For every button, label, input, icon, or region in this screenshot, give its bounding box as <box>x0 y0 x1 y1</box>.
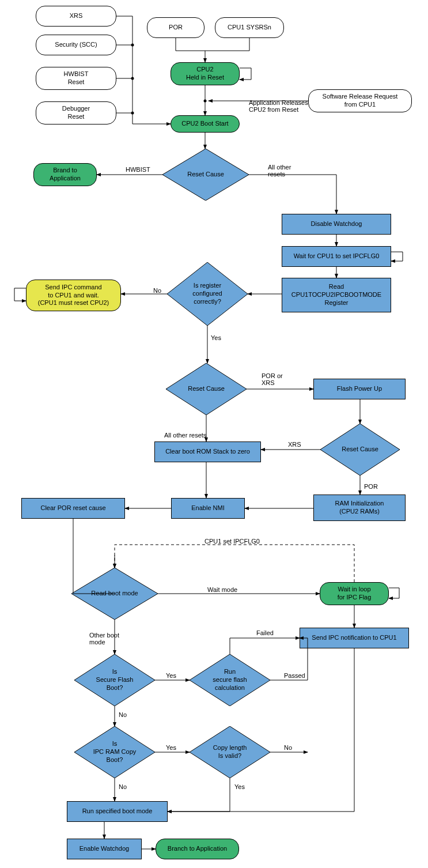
svg-point-15 <box>131 44 134 47</box>
reset-cause-2-diamond: Reset Cause <box>166 363 247 415</box>
label: RAM Initialization (CPU2 RAMs) <box>335 500 384 516</box>
label-no-sf: No <box>119 711 127 718</box>
label: Branch to Application <box>168 845 227 853</box>
label: Debugger Reset <box>62 105 90 121</box>
send-ipc-notif-node: Send IPC notification to CPU1 <box>300 628 409 648</box>
label: Read boot mode <box>91 590 138 598</box>
secure-flash-diamond: Is Secure Flash Boot? <box>74 654 155 706</box>
debugger-reset-node: Debugger Reset <box>36 101 116 124</box>
label: Brand to Application <box>50 167 81 183</box>
enable-wd-node: Enable Watchdog <box>67 839 142 859</box>
cpu2-held-node: CPU2 Held in Reset <box>171 62 240 85</box>
label: Enable NMI <box>191 504 224 512</box>
label: XRS <box>70 12 83 20</box>
svg-point-23 <box>204 100 207 103</box>
label: CPU1 SYSRSn <box>228 24 271 32</box>
label-passed: Passed <box>284 672 305 679</box>
label: Run specified boot mode <box>82 807 153 816</box>
label: Is IPC RAM Copy Boot? <box>93 740 137 764</box>
label: Wait for CPU1 to set IPCFLG0 <box>294 252 380 261</box>
run-boot-node: Run specified boot mode <box>67 801 168 822</box>
clear-stack-node: Clear boot ROM Stack to zero <box>154 441 261 462</box>
xrs-node: XRS <box>36 6 116 27</box>
clear-por-node: Clear POR reset cause <box>21 498 125 519</box>
run-sfc-diamond: Run secure flash calculation <box>190 654 270 706</box>
wait-ipcflg0-node: Wait for CPU1 to set IPCFLG0 <box>282 246 391 267</box>
read-boot-mode-diamond: Read boot mode <box>71 568 158 620</box>
label: Security (SCC) <box>55 41 97 49</box>
enable-nmi-node: Enable NMI <box>171 498 245 519</box>
ipc-ram-diamond: Is IPC RAM Copy Boot? <box>74 726 155 778</box>
label: POR <box>169 24 183 32</box>
branch-app-node: Branch to Application <box>156 839 239 859</box>
label-failed: Failed <box>256 629 274 636</box>
label-other-boot: Other boot mode <box>89 632 119 646</box>
label-yes-copy: Yes <box>234 783 245 790</box>
ram-init-node: RAM Initialization (CPU2 RAMs) <box>313 495 406 521</box>
label-all-other-2: All other resets <box>164 432 206 439</box>
label: Reset Cause <box>188 385 225 393</box>
label-por-xrs: POR or XRS <box>262 372 283 386</box>
label-no-ipc: No <box>119 783 127 790</box>
hwbist-reset-node: HWBIST Reset <box>36 67 116 90</box>
label: Wait in loop for IPC Flag <box>338 586 372 602</box>
label: Is Secure Flash Boot? <box>96 668 134 692</box>
label: Run secure flash calculation <box>213 668 247 692</box>
label: Send IPC command to CPU1 and wait. (CPU1… <box>38 284 109 307</box>
wait-in-loop-node: Wait in loop for IPC Flag <box>320 582 389 605</box>
label: Flash Power Up <box>337 385 382 393</box>
label-app-releases: Application Releases CPU2 from Reset <box>249 99 308 113</box>
label: Reset Cause <box>342 446 378 454</box>
reg-correct-diamond: Is register configured correctly? <box>167 262 248 326</box>
label: Send IPC notification to CPU1 <box>312 634 396 642</box>
label-no1: No <box>153 287 161 294</box>
disable-wd-node: Disable Watchdog <box>282 214 391 235</box>
label: Read CPU1TOCPU2IPCBOOTMODE Register <box>291 283 381 307</box>
cpu1-sysrsn-node: CPU1 SYSRSn <box>215 17 284 38</box>
label-all-other-1: All other resets <box>268 164 291 178</box>
label: HWBIST Reset <box>64 70 89 86</box>
svg-point-17 <box>131 112 134 115</box>
copy-len-diamond: Copy length Is valid? <box>190 726 270 778</box>
label: Copy length Is valid? <box>213 744 247 760</box>
sw-release-node: Software Release Request from CPU1 <box>308 89 412 112</box>
label: Is register configured correctly? <box>192 282 222 305</box>
label: Clear POR reset cause <box>40 504 105 512</box>
label-wait-mode: Wait mode <box>207 586 237 593</box>
reset-cause-1-diamond: Reset Cause <box>162 149 249 201</box>
label-xrs: XRS <box>288 441 301 448</box>
security-node: Security (SCC) <box>36 35 116 55</box>
send-ipc-wait-node: Send IPC command to CPU1 and wait. (CPU1… <box>26 280 121 311</box>
label: Disable Watchdog <box>311 220 362 228</box>
label-yes-ipc: Yes <box>166 744 176 751</box>
read-ipc-node: Read CPU1TOCPU2IPCBOOTMODE Register <box>282 278 391 312</box>
label: Clear boot ROM Stack to zero <box>165 448 250 456</box>
por-node: POR <box>147 17 204 38</box>
svg-point-16 <box>131 77 134 80</box>
label: Software Release Request from CPU1 <box>323 93 398 109</box>
label-por: POR <box>364 483 378 490</box>
label-no-copy: No <box>284 744 292 751</box>
label: Reset Cause <box>187 171 224 179</box>
label-yes1: Yes <box>211 334 221 341</box>
label-hwbist: HWBIST <box>126 166 150 173</box>
brand-to-app-node: Brand to Application <box>33 163 97 186</box>
label-yes-sf: Yes <box>166 672 176 679</box>
flash-pu-node: Flash Power Up <box>313 379 406 399</box>
label-cpu1-ipc: CPU1 set IPCFLG0 <box>204 538 260 545</box>
reset-cause-3-diamond: Reset Cause <box>320 424 400 475</box>
label: CPU2 Boot Start <box>181 120 228 128</box>
label: CPU2 Held in Reset <box>186 66 224 82</box>
label: Enable Watchdog <box>79 845 129 853</box>
cpu2-boot-start-node: CPU2 Boot Start <box>171 115 240 133</box>
